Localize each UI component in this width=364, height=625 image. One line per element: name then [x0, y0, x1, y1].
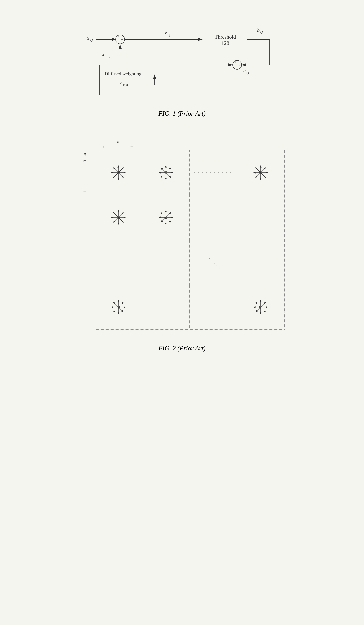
svg-text:v: v: [165, 30, 167, 35]
grid-cell-r2c4: [237, 195, 284, 240]
svg-line-77: [118, 217, 123, 222]
grid-cell-r4c1: o: [95, 285, 142, 330]
dots-horizontal: · · · · · · · · · ·: [194, 170, 232, 175]
svg-text:o: o: [260, 172, 261, 174]
grid-cell-r1c4: o: [237, 150, 284, 195]
grid-cell-r1c2: o: [142, 150, 190, 195]
svg-line-97: [118, 302, 123, 307]
svg-text:i,j: i,j: [260, 30, 263, 34]
svg-text:o: o: [165, 217, 166, 219]
svg-line-64: [261, 168, 266, 173]
grid-cell-r1c3: · · · · · · · · · ·: [190, 150, 237, 195]
svg-text:x: x: [87, 35, 89, 41]
svg-point-5: [116, 35, 125, 44]
svg-text:x′: x′: [102, 52, 106, 57]
grid-cell-r2c3: [190, 195, 237, 240]
svg-text:+: +: [121, 38, 123, 41]
svg-text:o: o: [165, 172, 166, 174]
svg-line-99: [118, 307, 123, 312]
svg-line-110: [261, 307, 266, 312]
svg-line-66: [261, 173, 266, 178]
svg-line-53: [166, 168, 171, 173]
svg-text:e: e: [243, 68, 246, 73]
svg-text:Threshold: Threshold: [215, 34, 236, 40]
grid-cell-r3c3: · · · · · ·: [190, 240, 237, 285]
brace-left-label: 8: [84, 152, 86, 157]
svg-rect-11: [202, 30, 247, 50]
svg-line-55: [166, 173, 171, 178]
fig1-caption: FIG. 1 (Prior Art): [158, 110, 206, 117]
grid-cell-r3c4: [237, 240, 284, 285]
svg-text:+: +: [117, 34, 119, 38]
grid-cell-r1c1: o: [95, 150, 142, 195]
svg-text:i,j: i,j: [90, 38, 93, 42]
svg-text:m,n: m,n: [123, 83, 128, 87]
svg-text:o: o: [260, 306, 261, 309]
fig1-diagram: x i,j + + v i,j Threshold 128 b i,j: [80, 15, 285, 105]
svg-text:128: 128: [221, 40, 229, 46]
svg-line-75: [118, 212, 123, 217]
grid-cell-r3c2: [142, 240, 190, 285]
svg-text:i,j: i,j: [108, 55, 110, 58]
svg-line-88: [166, 217, 171, 222]
svg-text:Diffused weighting: Diffused weighting: [105, 71, 141, 76]
svg-line-108: [261, 302, 266, 307]
svg-text:o: o: [118, 306, 119, 309]
fig2-caption: FIG. 2 (Prior Art): [158, 345, 206, 352]
grid-cell-r2c2: o: [142, 195, 190, 240]
grid-cell-r2c1: o: [95, 195, 142, 240]
svg-line-42: [118, 168, 123, 173]
svg-text:b: b: [257, 27, 260, 33]
fig2-diagram: 8 ⌐――――¬ 8 ⌐ ⌐: [80, 137, 285, 340]
svg-text:o: o: [118, 172, 119, 174]
svg-text:o: o: [118, 217, 119, 219]
svg-text:i,j: i,j: [168, 33, 170, 37]
svg-text:-: -: [239, 63, 241, 67]
page: x i,j + + v i,j Threshold 128 b i,j: [70, 0, 295, 377]
svg-line-44: [118, 173, 123, 178]
svg-rect-30: [100, 65, 157, 95]
svg-text:i,j: i,j: [246, 71, 249, 75]
grid-cell-r4c3: [190, 285, 237, 330]
grid-cell-r3c1: · · · · · · · ·: [95, 240, 142, 285]
grid-cell-r4c2: ·: [142, 285, 190, 330]
svg-line-86: [166, 212, 171, 217]
svg-text:+: +: [234, 60, 236, 64]
grid-cell-r4c4: o: [237, 285, 284, 330]
svg-text:h: h: [120, 80, 123, 85]
